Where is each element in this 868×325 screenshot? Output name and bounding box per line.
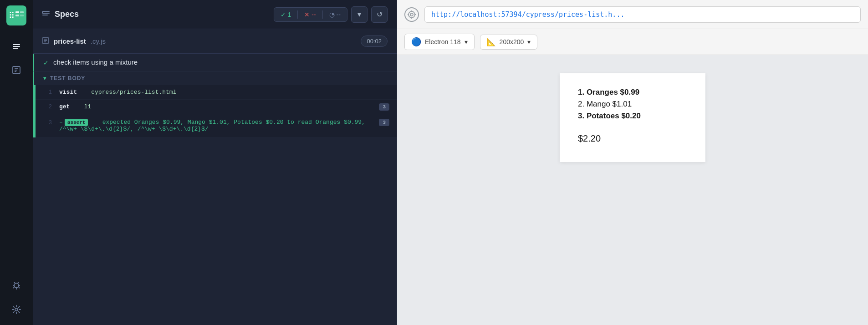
browser-header: http://localhost:57394/cypress/prices-li…	[397, 0, 868, 29]
preview-list: 1. Oranges $0.99 2. Mango $1.01 3. Potat…	[578, 88, 687, 121]
checkmark-icon: ✓	[281, 11, 286, 18]
sidebar	[0, 0, 33, 325]
browser-content: 1. Oranges $0.99 2. Mango $1.01 3. Potat…	[397, 55, 868, 325]
pending-count: --	[337, 11, 341, 18]
assert-badge: assert	[65, 119, 88, 126]
svg-rect-1	[15, 15, 19, 16]
keyword-visit: visit	[59, 89, 77, 96]
browser-selector[interactable]: 🔵 Electron 118 ▾	[404, 34, 475, 50]
code-content-3: –assert expected Oranges $0.99, Mango $1…	[59, 119, 388, 132]
test-case-item[interactable]: ✓ check items using a mixture	[33, 54, 397, 71]
viewport-selector[interactable]: 📐 200x200 ▾	[480, 35, 538, 50]
code-content-2: get li	[59, 103, 388, 110]
target-icon	[404, 7, 419, 22]
browser-icon: 🔵	[411, 37, 421, 47]
line-num-1: 1	[45, 89, 52, 96]
pass-status: ✓ 1	[281, 11, 291, 18]
pending-status: ◔ --	[329, 11, 341, 18]
refresh-button[interactable]: ↺	[371, 6, 388, 23]
browser-panel: http://localhost:57394/cypress/prices-li…	[397, 0, 868, 325]
svg-line-15	[13, 287, 14, 288]
fail-count: --	[311, 11, 316, 18]
test-file-header: prices-list.cy.js 00:02	[33, 29, 397, 54]
sidebar-item-settings[interactable]	[6, 300, 26, 320]
chevron-down-icon-viewport: ▾	[527, 38, 531, 46]
svg-point-27	[410, 13, 413, 16]
keyword-get: get	[59, 103, 70, 110]
pending-icon: ◔	[329, 11, 335, 18]
sidebar-item-code[interactable]	[6, 60, 26, 80]
svg-point-11	[14, 283, 19, 288]
pass-icon: ✓	[43, 59, 49, 66]
dropdown-button[interactable]: ▾	[351, 6, 368, 23]
status-bar: ✓ 1 ✕ -- ◔ --	[274, 7, 347, 22]
line-num-3: 3	[45, 120, 52, 126]
header-title-area: Specs	[42, 9, 268, 20]
list-item: 2. Mango $1.01	[578, 100, 687, 109]
code-block: 1 visit cypress/prices-list.html 2 get l…	[34, 85, 397, 137]
value-selector: li	[84, 103, 92, 110]
viewport-label: 200x200	[500, 38, 524, 46]
refresh-icon: ↺	[377, 10, 383, 19]
x-icon: ✕	[304, 11, 310, 18]
svg-point-17	[15, 308, 18, 311]
test-case-label: check items using a mixture	[53, 58, 138, 66]
chevron-down-icon-browser: ▾	[465, 38, 468, 46]
svg-rect-3	[20, 15, 24, 16]
preview-card: 1. Oranges $0.99 2. Mango $1.01 3. Potat…	[560, 73, 705, 162]
section-arrow-icon: ▾	[43, 75, 46, 81]
svg-point-26	[408, 11, 415, 18]
code-line-3[interactable]: 3 –assert expected Oranges $0.99, Mango …	[36, 114, 397, 137]
test-file-ext: .cy.js	[91, 37, 106, 45]
test-file-name: prices-list.cy.js	[42, 37, 106, 46]
browser-label: Electron 118	[425, 38, 461, 46]
test-file-basename: prices-list	[54, 37, 86, 45]
assert-minus: –	[59, 119, 63, 126]
test-body: ✓ check items using a mixture ▾ TEST BOD…	[33, 54, 397, 325]
divider2	[322, 10, 323, 19]
header-title-text: Specs	[55, 10, 79, 19]
header: Specs ✓ 1 ✕ -- ◔ -- ▾	[33, 0, 397, 29]
svg-line-16	[19, 287, 20, 288]
list-item: 1. Oranges $0.99	[578, 88, 687, 97]
fail-status: ✕ --	[304, 11, 316, 18]
viewport-icon: 📐	[487, 38, 496, 46]
section-label: TEST BODY	[50, 75, 85, 81]
preview-total: $2.20	[578, 133, 687, 144]
test-section: ▾ TEST BODY 1 visit cypress/prices-list.…	[33, 71, 397, 137]
assert-text: expected Oranges $0.99, Mango $1.01, Pot…	[59, 119, 365, 132]
count-badge-2: 3	[379, 103, 389, 111]
svg-rect-2	[20, 11, 24, 13]
test-section-header[interactable]: ▾ TEST BODY	[34, 71, 397, 85]
list-item: 3. Potatoes $0.20	[578, 112, 687, 121]
count-badge-3: 3	[379, 119, 389, 126]
sidebar-item-debug[interactable]	[6, 276, 26, 296]
value-url: cypress/prices-list.html	[91, 89, 176, 96]
test-time: 00:02	[361, 36, 388, 47]
main-panel: Specs ✓ 1 ✕ -- ◔ -- ▾	[33, 0, 397, 325]
svg-rect-0	[15, 11, 19, 13]
code-line-1[interactable]: 1 visit cypress/prices-list.html	[36, 85, 397, 100]
browser-sub-header: 🔵 Electron 118 ▾ 📐 200x200 ▾	[397, 29, 868, 55]
file-icon	[42, 37, 49, 46]
cypress-logo[interactable]	[6, 5, 26, 25]
chevron-down-icon: ▾	[357, 10, 361, 19]
browser-url-bar[interactable]: http://localhost:57394/cypress/prices-li…	[424, 6, 861, 23]
specs-icon	[42, 9, 50, 20]
header-controls: ✓ 1 ✕ -- ◔ -- ▾ ↺	[274, 6, 388, 23]
pass-count: 1	[288, 11, 291, 18]
divider	[297, 10, 298, 19]
line-num-2: 2	[45, 104, 52, 110]
sidebar-item-specs[interactable]	[6, 36, 26, 56]
code-line-2[interactable]: 2 get li 3	[36, 100, 397, 114]
code-content-1: visit cypress/prices-list.html	[59, 89, 388, 96]
